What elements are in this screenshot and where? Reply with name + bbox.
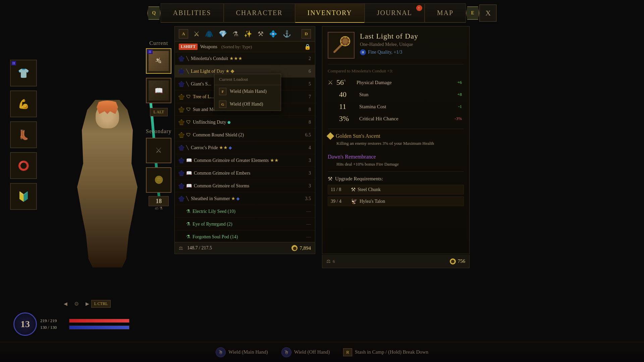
weapon-svg-icon <box>331 35 351 55</box>
inventory-footer: ⚖ 148.7 / 217.5 ⬤ 7,894 <box>175 242 315 254</box>
equipped-marker-selected <box>179 69 184 74</box>
item-qty: — <box>299 234 311 240</box>
tab-journal[interactable]: JOURNAL ! <box>365 3 425 23</box>
icon-bar-key-d[interactable]: D <box>302 29 311 39</box>
item-row[interactable]: 📖 Common Grimoire of Greater Elements ★★… <box>175 154 315 167</box>
stamina-bar-fill <box>69 326 129 329</box>
slot-badge: II <box>11 61 16 65</box>
level-number: 18 <box>149 196 169 206</box>
weight-icon: ⚖ <box>179 245 183 251</box>
icon-bar-key-a[interactable]: A <box>179 29 188 39</box>
item-name-forgotten-soul: Forgotten Soul Pod (14) <box>193 234 297 240</box>
blue-diamond <box>228 146 232 150</box>
item-name-grimoire-greater: Common Grimoire of Greater Elements ★★ <box>194 158 297 163</box>
item-row[interactable]: ╲ Caeroc's Pride ★★ 4 <box>175 141 315 154</box>
item-qty: 8 <box>299 120 311 125</box>
context-menu-header: Current Loadout <box>214 74 281 85</box>
summer-stars: ★ <box>231 196 235 201</box>
item-name: Minoletta's Conduit ★★★ <box>191 56 297 61</box>
detail-gold: ⬤ 756 <box>450 258 466 264</box>
nav-close-button[interactable]: X <box>479 4 497 22</box>
misc-tab-icon[interactable]: ⚓ <box>283 30 291 38</box>
tab-abilities[interactable]: ABILITIES <box>161 3 224 23</box>
level-circle: 13 <box>13 312 37 336</box>
loadout-main-hand[interactable]: 🗡 II <box>146 48 171 74</box>
detail-item-info: Last Light of Day One-Handed Melee, Uniq… <box>360 32 464 55</box>
stamina-bar-bg <box>69 325 129 329</box>
stat-value-damage: 56^ <box>336 78 353 87</box>
svg-point-2 <box>342 39 348 44</box>
stat-name-stamina: Stamina Cost <box>359 104 453 110</box>
gems-tab-icon[interactable]: 💠 <box>269 30 277 38</box>
consumables-tab-icon[interactable]: ⚗ <box>232 30 238 38</box>
detail-item-type: One-Handed Melee, Unique <box>360 42 464 47</box>
crafting-tab-icon[interactable]: ⚒ <box>258 30 264 38</box>
loadout-off-hand[interactable]: 📖 <box>146 78 171 103</box>
tab-inventory[interactable]: INVENTORY <box>295 3 365 23</box>
ability-header-golden-sun: Golden Sun's Ascent <box>328 133 464 139</box>
item-row[interactable]: ⚗ Forgotten Soul Pod (14) — <box>175 231 315 242</box>
stat-diff-stamina: -1 <box>456 103 464 110</box>
equipped-marker-gold <box>179 132 184 138</box>
abilities-inv-icon[interactable]: ✨ <box>244 30 252 38</box>
grimoire-stars: ★★ <box>270 158 279 163</box>
weapon3-type-icon: ╲ <box>186 196 189 201</box>
context-wield-off[interactable]: G Wield (Off Hand) <box>214 98 281 111</box>
keybind-row: ◀ ⚙ ▶ L CTRL <box>0 300 174 308</box>
secondary-weapon-icon: ⚔ <box>155 146 162 155</box>
loadout-secondary-off[interactable]: 🪙 <box>146 167 171 193</box>
upgrade-header: ⚒ Upgrade Requirements: <box>328 176 464 182</box>
stat-name-damage: Physical Damage <box>357 80 452 85</box>
arrow-right-icon: ▶ <box>86 301 89 307</box>
hp-bar-bg <box>69 319 129 323</box>
loadout-secondary-main[interactable]: ⚔ <box>146 138 171 163</box>
item-name-eye: Eye of Rymrgand (2) <box>193 222 297 227</box>
detail-divider-3 <box>328 171 464 172</box>
grimoire1-icon: 📖 <box>186 158 192 163</box>
eye-icon: ⚗ <box>186 221 191 227</box>
lctrl-key: L CTRL <box>91 300 111 308</box>
item-row[interactable]: ╲ Sheathed in Summer ★ 3.5 <box>175 192 315 205</box>
nav-key-q[interactable]: Q <box>147 6 161 20</box>
arrow-left-icon: ◀ <box>64 301 67 307</box>
detail-panel: Last Light of Day One-Handed Melee, Uniq… <box>322 26 470 254</box>
equipped-marker-gold <box>179 94 184 100</box>
blue-diamond2 <box>236 197 239 201</box>
item-name-shield: Common Round Shield (2) <box>193 132 297 138</box>
item-row[interactable]: ⚗ Eye of Rymrgand (2) — <box>175 218 315 231</box>
tab-character[interactable]: CHARACTER <box>223 3 295 23</box>
item-row[interactable]: ⚗ Electric Lily Seed (10) — <box>175 205 315 218</box>
item-name-caeroc: Caeroc's Pride ★★ <box>191 145 297 150</box>
item-qty: 3.5 <box>299 196 311 201</box>
mouse-main-icon: 🖱 <box>216 347 226 357</box>
item-name-grimoire-embers: Common Grimoire of Embers <box>194 171 297 176</box>
filter-key[interactable]: LSHIFT <box>179 44 198 50</box>
item-row[interactable]: 🛡 Unflinching Duty ⬟ 8 <box>175 116 315 129</box>
tab-map[interactable]: MAP <box>425 3 466 23</box>
equipped-marker <box>179 171 184 176</box>
upgrade-row-hylea: 39 / 4 🦅 Hylea's Talon <box>328 196 464 206</box>
lalt-key[interactable]: L ALT <box>150 108 168 116</box>
item-qty: — <box>299 209 311 214</box>
item-qty: 6 <box>299 69 311 74</box>
accessories-tab-icon[interactable]: 💎 <box>219 30 227 38</box>
steel-icon: ⚒ <box>351 186 356 193</box>
weapon-type-icon: ╲ <box>186 81 189 87</box>
context-wield-main[interactable]: F Wield (Main Hand) <box>214 85 281 98</box>
item-row[interactable]: 🛡 Common Round Shield (2) 6.5 <box>175 129 315 141</box>
quality-label: Fine Quality, +1/3 <box>368 50 402 55</box>
equipped-marker-gold <box>179 107 184 112</box>
ability-section-golden-sun: Golden Sun's Ascent Killing an enemy res… <box>328 133 464 146</box>
ability-name-dawns: Dawn's Remembrance <box>328 154 376 160</box>
filter-lock-icon[interactable]: 🔒 <box>304 44 311 50</box>
weapons-tab-icon[interactable]: ⚔ <box>194 30 200 38</box>
weapon2-type-icon: ╲ <box>186 145 189 150</box>
nav-key-e[interactable]: E <box>466 6 479 20</box>
gold-amount: 7,894 <box>300 245 311 251</box>
armor-tab-icon[interactable]: 🧥 <box>205 30 213 38</box>
item-row[interactable]: 📖 Common Grimoire of Embers 3 <box>175 167 315 180</box>
item-qty: 3 <box>299 183 311 189</box>
hp-text: 219 / 219 <box>40 318 67 323</box>
item-row[interactable]: 📖 Common Grimoire of Storms 3 <box>175 180 315 192</box>
item-row[interactable]: ╲ Minoletta's Conduit ★★★ 2 <box>175 52 315 65</box>
